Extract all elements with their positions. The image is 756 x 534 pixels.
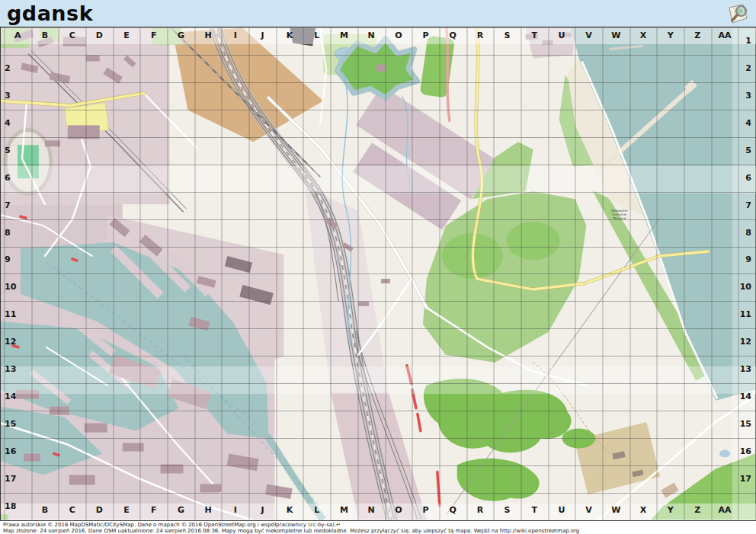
grid-letter-top: Z	[684, 30, 711, 41]
grid-letter-bottom: M	[331, 505, 358, 516]
grid-letter-bottom: U	[548, 505, 575, 516]
grid-letter-top: G	[167, 30, 194, 41]
grid-letter-bottom: V	[575, 505, 603, 516]
grid-letter-bottom: H	[194, 505, 222, 516]
grid-letter-bottom: AA	[711, 505, 738, 516]
grid-letter-top: N	[357, 30, 385, 41]
grid-number-right: 7	[732, 200, 754, 211]
grid-number-left: 8	[5, 228, 24, 238]
footer-copyright-line: Prawa autorskie © 2016 MapOSMatic/OCityS…	[0, 521, 756, 528]
grid-letter-bottom: T	[521, 505, 548, 516]
grid-letter-top: D	[85, 30, 113, 41]
grid-number-left: 3	[5, 91, 24, 101]
grid-letter-top: X	[629, 30, 657, 41]
grid-number-right: 11	[732, 309, 754, 320]
grid-number-right: 2	[732, 63, 754, 74]
grid-letter-bottom: K	[276, 505, 303, 516]
grid-letter-top: R	[466, 30, 494, 41]
grid-letter-bottom: R	[466, 505, 494, 516]
grid-letter-top: O	[385, 30, 412, 41]
grid-letter-bottom: Z	[684, 505, 711, 516]
grid-letter-top: K	[276, 30, 303, 41]
map-text-label: Deepwater Container Terminal	[597, 209, 642, 220]
grid-letter-bottom: G	[167, 505, 194, 516]
grid-letter-bottom: B	[31, 505, 59, 516]
grid-number-left: 11	[5, 309, 24, 320]
stadium	[5, 130, 51, 193]
grid-letter-top: T	[521, 30, 548, 41]
grid-number-left: 18	[5, 501, 24, 512]
map-poster: gdansk	[0, 0, 756, 534]
grid-letter-bottom: N	[357, 505, 385, 516]
grid-letter-top: I	[222, 30, 249, 41]
grid-letter-bottom: W	[602, 505, 629, 516]
grid-number-right: 15	[732, 419, 754, 430]
footer: Prawa autorskie © 2016 MapOSMatic/OCityS…	[0, 520, 756, 534]
grid-letter-bottom: J	[248, 505, 276, 516]
grid-letter-bottom: F	[140, 505, 168, 516]
grid-letter-bottom: Q	[439, 505, 466, 516]
footer-info-line: Map złożone: 24 sierpień 2016. Dane OSM …	[0, 528, 756, 534]
title-bar: gdansk	[0, 0, 756, 27]
grid-letter-top: V	[575, 30, 603, 41]
grid-letter-bottom: C	[59, 505, 86, 516]
grid-letter-top: Q	[439, 30, 466, 41]
grid-letter-bottom: X	[629, 505, 657, 516]
grid-letter-bottom: P	[412, 505, 440, 516]
grid-letter-top: L	[303, 30, 331, 41]
grid-number-right: 17	[732, 474, 754, 484]
page-title: gdansk	[0, 0, 756, 26]
grid-number-right: 12	[732, 337, 754, 347]
grid-letter-top: S	[494, 30, 521, 41]
grid-number-right: 4	[732, 118, 754, 129]
grid-letter-top: P	[412, 30, 440, 41]
grid-number-right: 9	[732, 254, 754, 265]
grid-number-left: 17	[5, 474, 24, 484]
grid-number-left: 7	[5, 200, 24, 211]
grid-number-right: 6	[732, 173, 754, 184]
grid-letter-top: U	[548, 30, 575, 41]
grid-letter-bottom: I	[222, 505, 249, 516]
grid-number-right: 13	[732, 364, 754, 375]
grid-letter-top: F	[140, 30, 168, 41]
grid-number-left: 4	[5, 118, 24, 129]
grid-letter-top: W	[602, 30, 629, 41]
grid-letter-top: C	[59, 30, 86, 41]
grid-letter-top: E	[113, 30, 140, 41]
map-canvas: ABCDEFGHIJKLMNOPQRSTUVWXYZAABCDEFGHIJKLM…	[0, 27, 756, 520]
grid-number-right: 3	[732, 91, 754, 101]
grid-letter-bottom: O	[385, 505, 412, 516]
grid-number-left: 16	[5, 446, 24, 457]
grid-number-left: 2	[5, 63, 24, 74]
grid-number-left: 10	[5, 282, 24, 293]
grid-letter-top: B	[31, 30, 59, 41]
map-artwork	[1, 27, 755, 520]
grid-letter-bottom: Y	[657, 505, 684, 516]
grid-letter-bottom: E	[113, 505, 140, 516]
grid-number-right: 5	[732, 145, 754, 156]
grid-number-left: 9	[5, 254, 24, 265]
grid-number-left: 15	[5, 419, 24, 430]
grid-number-right: 8	[732, 228, 754, 238]
grid-number-right: 14	[732, 392, 754, 402]
grid-number-right: 1	[732, 36, 754, 46]
grid-letter-top: J	[248, 30, 276, 41]
grid-letter-bottom: L	[303, 505, 331, 516]
grid-letter-bottom: S	[494, 505, 521, 516]
grid-number-right: 16	[732, 446, 754, 457]
grid-number-right: 10	[732, 282, 754, 293]
grid-number-left: 5	[5, 145, 24, 156]
grid-letter-bottom: D	[85, 505, 113, 516]
grid-letter-top: M	[331, 30, 358, 41]
grid-letter-top: A	[4, 30, 31, 41]
maposmatic-logo-icon	[727, 2, 750, 25]
grid-number-left: 6	[5, 173, 24, 184]
grid-number-left: 12	[5, 337, 24, 347]
grid-number-left: 14	[5, 392, 24, 402]
grid-number-left: 13	[5, 364, 24, 375]
grid-letter-top: H	[194, 30, 222, 41]
grid-letter-top: Y	[657, 30, 684, 41]
